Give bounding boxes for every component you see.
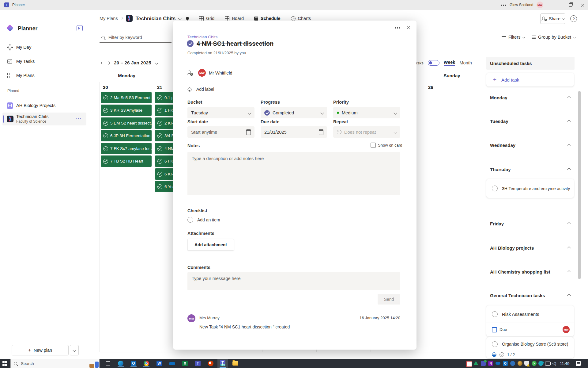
group-header-ah-chemistry[interactable]: AH Chemistry shopping list xyxy=(490,269,570,274)
task-complete-circle[interactable] xyxy=(492,186,498,191)
sidebar-item-my-plans[interactable]: My Plans xyxy=(0,70,89,81)
next-week-icon[interactable] xyxy=(107,61,110,64)
bucket-select[interactable]: Tuesday xyxy=(187,107,254,118)
assign-people-icon[interactable]: + xyxy=(187,71,192,75)
checklist-item-circle[interactable] xyxy=(187,217,193,223)
task-view-button[interactable] xyxy=(104,360,111,367)
filter-keyword-field[interactable] xyxy=(100,33,172,43)
date-range-chevron-icon[interactable] xyxy=(155,61,158,64)
start-button[interactable] xyxy=(2,361,7,366)
taskbar-chrome[interactable] xyxy=(143,360,150,367)
tab-grid[interactable]: Grid xyxy=(199,16,214,21)
panel-scrollbar[interactable] xyxy=(578,91,581,279)
taskbar-search-box[interactable] xyxy=(10,359,100,368)
tray-gold-disc[interactable] xyxy=(518,361,522,366)
repeat-select[interactable]: Does not repeat xyxy=(333,126,400,138)
tab-schedule[interactable]: Schedule xyxy=(254,16,280,21)
tray-google-drive[interactable] xyxy=(473,361,478,365)
tab-board[interactable]: Board xyxy=(225,16,244,21)
taskbar-word[interactable]: W xyxy=(156,360,163,367)
tray-sync-green[interactable]: ⟳ xyxy=(532,361,537,366)
taskbar-app-red[interactable] xyxy=(207,360,214,367)
task-completed-icon[interactable] xyxy=(187,40,194,47)
titlebar-avatar[interactable]: MW xyxy=(537,2,543,8)
taskbar-excel[interactable]: X xyxy=(181,360,189,367)
start-date-field[interactable]: Start anytime xyxy=(187,126,254,138)
send-button[interactable]: Send xyxy=(378,294,400,305)
taskbar-teams[interactable]: T xyxy=(194,360,202,367)
taskbar-edge[interactable] xyxy=(117,360,124,367)
taskbar-file-explorer[interactable] xyxy=(232,360,239,367)
add-checklist-item[interactable]: Add an item xyxy=(187,217,220,223)
taskbar-onedrive[interactable] xyxy=(168,360,176,367)
share-button[interactable]: + Share xyxy=(540,13,565,24)
month-view-button[interactable]: Month xyxy=(459,60,472,65)
task-card[interactable]: 7 TB S2 HB Heart xyxy=(101,155,152,167)
tray-teams-check[interactable] xyxy=(481,361,486,366)
group-header-wednesday[interactable]: Wednesday xyxy=(490,143,570,148)
group-header-friday[interactable]: Friday xyxy=(490,221,570,226)
group-header-general-technician[interactable]: General Technician tasks xyxy=(490,293,570,298)
filters-button[interactable]: Filters xyxy=(502,33,525,41)
group-header-tuesday[interactable]: Tuesday xyxy=(490,119,570,124)
task-title[interactable]: 4 NM SC1 heart dissection xyxy=(197,40,273,47)
tray-network-icon[interactable] xyxy=(545,362,551,366)
task-card[interactable]: 7 FK Sc7 amylase for ... xyxy=(101,143,152,154)
page-title[interactable]: Technician Chits xyxy=(136,16,176,21)
show-on-card-checkbox[interactable] xyxy=(371,143,376,148)
task-complete-circle[interactable] xyxy=(492,311,498,317)
add-task-card[interactable]: + Add task xyxy=(486,73,574,86)
show-on-card-option[interactable]: Show on card xyxy=(371,143,402,148)
tray-onedrive[interactable] xyxy=(496,362,500,365)
tray-onenote[interactable]: N xyxy=(488,361,493,366)
titlebar-more-icon[interactable] xyxy=(503,5,504,6)
tray-security-shield[interactable] xyxy=(524,361,529,366)
task-card[interactable]: 3 KR S3 Amylase xyxy=(101,105,152,116)
assignee-avatar[interactable]: MW xyxy=(198,69,206,77)
filter-keyword-input[interactable] xyxy=(108,35,164,40)
due-date-field[interactable]: 21/01/2025 xyxy=(261,126,327,138)
tray-clock[interactable]: 11:49 xyxy=(560,361,570,366)
notification-center-icon[interactable] xyxy=(576,361,581,366)
notes-textarea[interactable] xyxy=(187,152,400,195)
task-card[interactable]: 6 JP 3H Fermentation... xyxy=(101,130,152,141)
tray-app-red-outline[interactable] xyxy=(466,361,472,367)
account-name[interactable]: Glow Scotland xyxy=(510,3,533,7)
comment-textarea[interactable] xyxy=(187,272,400,290)
tab-charts[interactable]: Charts xyxy=(291,16,311,21)
task-complete-circle[interactable] xyxy=(492,341,498,347)
unscheduled-task-card[interactable]: Organise Biology Store (Sc8 store) 1 / 2 xyxy=(486,337,574,358)
prev-week-icon[interactable] xyxy=(101,61,104,64)
help-button[interactable]: ? xyxy=(570,15,577,22)
tasks-toggle[interactable] xyxy=(428,60,439,66)
breadcrumb-my-plans[interactable]: My Plans xyxy=(100,16,118,21)
tray-outlook[interactable]: O xyxy=(503,361,508,366)
group-header-ah-biology[interactable]: AH Biology projects xyxy=(490,245,570,251)
week-view-button[interactable]: Week xyxy=(444,60,455,66)
assignee-avatar[interactable]: MW xyxy=(563,326,570,333)
tray-volume-icon[interactable]: ◁) xyxy=(552,361,557,366)
sidebar-item-technician-chits[interactable]: Technician Chits Faculty of Science xyxy=(2,113,86,125)
unscheduled-task-card[interactable]: Risk Assessments Due MW xyxy=(486,305,574,336)
taskbar-teams-new-active[interactable]: T NEW xyxy=(217,359,228,368)
group-by-button[interactable]: Group by Bucket xyxy=(532,33,575,41)
unscheduled-task-card[interactable]: 3H Temperatire and enzyme activity xyxy=(486,179,574,198)
plan-title-chevron-icon[interactable] xyxy=(178,17,182,20)
assignee-name[interactable]: Mr Whitfield xyxy=(209,71,232,75)
task-card[interactable]: 5 EM S2 heart dissect... xyxy=(101,117,152,129)
taskbar-outlook[interactable]: O xyxy=(130,360,137,367)
add-label-button[interactable]: Add label xyxy=(196,87,214,92)
taskbar-search-input[interactable] xyxy=(20,361,74,366)
dialog-plan-link[interactable]: Technician Chits xyxy=(187,35,217,39)
plan-more-icon[interactable] xyxy=(78,118,79,119)
close-button[interactable] xyxy=(577,0,588,10)
group-header-monday[interactable]: Monday xyxy=(490,95,570,100)
new-plan-button[interactable]: + New plan xyxy=(12,345,69,355)
dialog-close-icon[interactable] xyxy=(406,25,410,30)
tray-person-blue[interactable] xyxy=(510,361,515,366)
priority-select[interactable]: Medium xyxy=(333,107,400,118)
sidebar-item-my-tasks[interactable]: My Tasks xyxy=(0,56,89,67)
group-header-thursday[interactable]: Thursday xyxy=(490,167,570,172)
new-plan-split-button[interactable] xyxy=(70,345,79,355)
task-card[interactable]: 2 Ma Sc5 S3 Ferment... xyxy=(101,92,152,103)
